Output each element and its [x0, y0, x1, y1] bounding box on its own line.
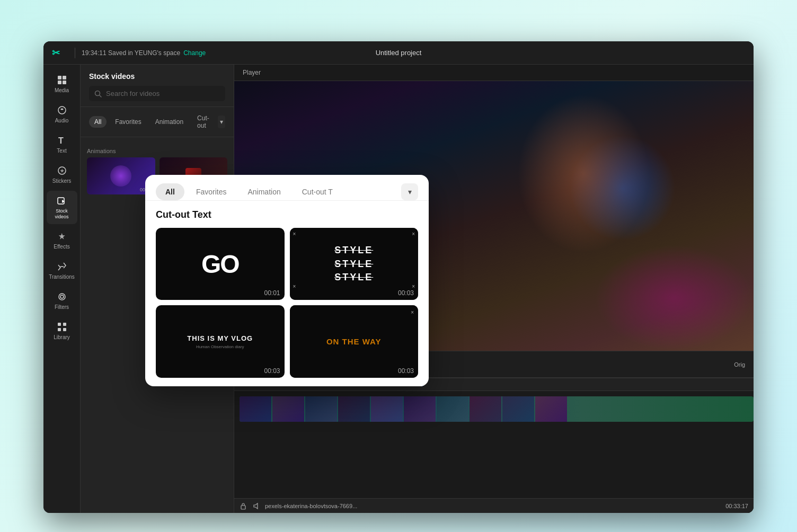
- fp-item-go[interactable]: GO 00:01: [156, 228, 285, 300]
- fp-item-onway-text: ON THE WAY: [326, 336, 382, 347]
- fp-item-vlog-text: THIS IS MY VLOG: [187, 334, 253, 342]
- fp-tab-cutout[interactable]: Cut-out T: [293, 183, 342, 200]
- svg-marker-9: [58, 233, 65, 239]
- media-icon: [56, 74, 68, 86]
- sidebar-item-audio[interactable]: Audio: [47, 100, 77, 128]
- fp-item-onway-time: 00:03: [398, 367, 414, 375]
- sidebar-item-label-filters: Filters: [55, 304, 69, 311]
- topbar-status: 19:34:11 Saved in YEUNG's space: [82, 49, 180, 57]
- floating-panel-content: Cut-out Text GO 00:01 × × STYLESTYLESTYL…: [145, 201, 429, 386]
- svg-rect-14: [63, 323, 66, 326]
- svg-marker-21: [421, 384, 429, 386]
- sidebar-item-stock-videos[interactable]: Stockvideos: [47, 191, 77, 224]
- floating-panel-tabs: All Favorites Animation Cut-out T ▾: [145, 175, 429, 201]
- filter-tab-animation[interactable]: Animation: [150, 116, 189, 128]
- timeline-section: 00:05 00:10 00:15 00:20: [234, 377, 754, 513]
- strip-thumb-6: [404, 396, 436, 422]
- transitions-icon: [56, 261, 68, 272]
- filter-tab-more[interactable]: ▾: [218, 116, 225, 128]
- app-window: ✂ 19:34:11 Saved in YEUNG's space Change…: [43, 41, 754, 513]
- svg-rect-3: [63, 81, 66, 84]
- stickers-icon: [56, 165, 68, 176]
- svg-rect-0: [58, 76, 61, 79]
- svg-text:T: T: [58, 136, 64, 145]
- crosshair-br: ×: [412, 283, 415, 289]
- player-label: Player: [234, 65, 754, 81]
- topbar-change-button[interactable]: Change: [183, 49, 206, 57]
- panel-section-anim: Animations: [87, 144, 227, 157]
- timeline-strip[interactable]: [240, 396, 754, 422]
- filter-tab-cutout[interactable]: Cut-out: [192, 112, 215, 131]
- svg-point-12: [60, 295, 64, 298]
- strip-thumb-2: [272, 396, 304, 422]
- sidebar-item-filters[interactable]: Filters: [47, 287, 77, 315]
- sidebar-item-library[interactable]: Library: [47, 317, 77, 345]
- fp-item-go-text: GO: [201, 250, 239, 279]
- svg-rect-13: [58, 323, 61, 326]
- panel-title: Stock videos: [89, 72, 225, 81]
- floating-panel: All Favorites Animation Cut-out T ▾ Cut-…: [145, 175, 429, 386]
- panel-header: Stock videos: [81, 65, 234, 107]
- face-glow: [517, 94, 650, 253]
- sidebar-item-media[interactable]: Media: [47, 70, 77, 98]
- fp-tab-favorites[interactable]: Favorites: [187, 183, 236, 200]
- svg-line-18: [100, 95, 102, 97]
- fp-tab-more[interactable]: ▾: [401, 183, 418, 200]
- stock-videos-icon: [56, 195, 68, 207]
- fp-item-vlog[interactable]: THIS IS MY VLOG Human Observation diary …: [156, 305, 285, 377]
- strip-thumb-8: [470, 396, 501, 422]
- sidebar: Media Audio T Text Stickers: [43, 65, 81, 513]
- timeline-info-bar: pexels-ekaterina-bolovtsova-7669... 00:3…: [234, 498, 754, 513]
- svg-rect-1: [63, 76, 66, 79]
- crosshair-bl: ×: [293, 283, 296, 289]
- strip-thumb-5: [371, 396, 403, 422]
- library-icon: [56, 321, 68, 333]
- project-title: Untitled project: [376, 49, 422, 57]
- thumb-glow-1: [110, 165, 131, 187]
- svg-point-11: [59, 294, 65, 300]
- fp-tab-animation[interactable]: Animation: [238, 183, 290, 200]
- filter-tab-all[interactable]: All: [89, 116, 107, 128]
- strip-thumb-7: [437, 396, 468, 422]
- sidebar-item-stickers[interactable]: Stickers: [47, 161, 77, 189]
- svg-point-4: [58, 107, 66, 114]
- effects-icon: [56, 230, 68, 242]
- volume-label: Orig: [734, 361, 745, 368]
- sidebar-item-text[interactable]: T Text: [47, 130, 77, 158]
- timeline-tracks: [234, 391, 754, 513]
- sidebar-item-label-library: Library: [54, 334, 70, 341]
- cursor-svg: [418, 381, 429, 386]
- fp-item-onway[interactable]: ON THE WAY × 00:03: [290, 305, 419, 377]
- fp-tab-all[interactable]: All: [156, 183, 184, 200]
- timeline-filename: pexels-ekaterina-bolovtsova-7669...: [265, 503, 720, 509]
- strip-thumb-4: [338, 396, 370, 422]
- strip-thumb-10: [535, 396, 567, 422]
- crosshair-onway: ×: [411, 309, 414, 315]
- svg-rect-2: [58, 81, 61, 84]
- topbar: ✂ 19:34:11 Saved in YEUNG's space Change…: [43, 41, 754, 65]
- sidebar-item-label-audio: Audio: [55, 118, 69, 124]
- sidebar-item-transitions[interactable]: Transitions: [47, 256, 77, 285]
- fp-item-vlog-content: THIS IS MY VLOG Human Observation diary: [187, 334, 253, 349]
- fp-grid: GO 00:01 × × STYLESTYLESTYLE × × 00:03: [156, 228, 418, 378]
- fp-item-style-time: 00:03: [398, 289, 414, 297]
- sidebar-item-label-media: Media: [55, 87, 69, 94]
- text-icon: T: [56, 135, 68, 146]
- audio-icon: [56, 104, 68, 116]
- fp-item-go-time: 00:01: [264, 289, 280, 297]
- strip-thumb-1: [240, 396, 271, 422]
- svg-rect-16: [63, 328, 66, 331]
- strip-thumb-3: [305, 396, 337, 422]
- sidebar-item-effects[interactable]: Effects: [47, 226, 77, 254]
- search-input[interactable]: [106, 90, 220, 97]
- sidebar-item-label-effects: Effects: [54, 244, 69, 250]
- filter-tab-favorites[interactable]: Favorites: [110, 116, 146, 128]
- filters-icon: [56, 291, 68, 303]
- search-bar[interactable]: [89, 86, 225, 101]
- svg-rect-15: [58, 328, 61, 331]
- sidebar-item-label-stickers: Stickers: [52, 178, 72, 184]
- svg-rect-20: [241, 506, 245, 509]
- fp-item-style[interactable]: × × STYLESTYLESTYLE × × 00:03: [290, 228, 419, 300]
- fp-item-vlog-time: 00:03: [264, 367, 280, 375]
- strip-thumb-9: [502, 396, 534, 422]
